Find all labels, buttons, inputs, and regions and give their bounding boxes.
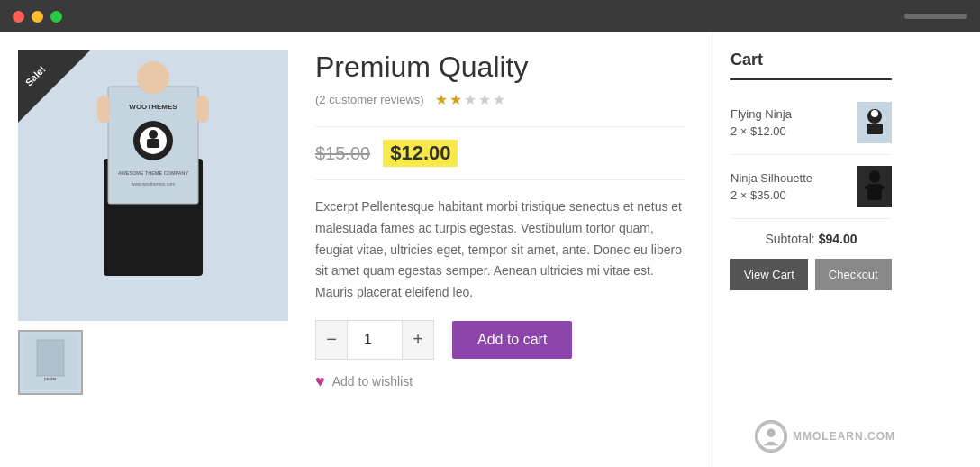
svg-text:AWESOME THEME COMPANY: AWESOME THEME COMPANY (118, 170, 188, 176)
cart-sidebar: Cart Flying Ninja 2 × $12.00 (712, 32, 910, 467)
svg-rect-14 (37, 340, 64, 376)
svg-text:WOOTHEMES: WOOTHEMES (129, 103, 177, 111)
subtotal-amount: $94.00 (819, 232, 858, 246)
star-2: ★ (449, 91, 462, 108)
close-button[interactable] (13, 11, 24, 23)
product-top: Sale! WOOTHEMES (18, 50, 685, 395)
watermark-text: MMOLEARN.COM (793, 430, 895, 443)
svg-rect-23 (865, 186, 872, 189)
star-1: ★ (435, 91, 448, 108)
main-product-image[interactable]: Sale! WOOTHEMES (18, 50, 288, 321)
svg-point-12 (137, 61, 169, 94)
cart-item-2-name: Ninja Silhouette (730, 171, 848, 185)
cart-item-1-name: Flying Ninja (730, 107, 848, 121)
cart-item-1-qty: 2 × $12.00 (730, 124, 848, 138)
checkout-button[interactable]: Checkout (815, 259, 893, 290)
wishlist-label: Add to wishlist (332, 374, 413, 389)
heart-icon: ♥ (315, 372, 325, 391)
main-content: Sale! WOOTHEMES (0, 32, 980, 467)
cart-actions: View Cart Checkout (730, 259, 892, 290)
thumbnail-1[interactable]: poster (18, 330, 83, 395)
star-4: ★ (478, 91, 491, 108)
reviews-row: (2 customer reviews) ★ ★ ★ ★ ★ (315, 91, 685, 108)
svg-rect-11 (196, 96, 209, 123)
price-row: $15.00 $12.00 (315, 126, 685, 180)
svg-point-18 (871, 110, 878, 117)
cart-title: Cart (730, 50, 892, 80)
thumbnail-row: poster (18, 330, 288, 395)
cart-item-1-info: Flying Ninja 2 × $12.00 (730, 107, 848, 138)
cart-item-2: Ninja Silhouette 2 × $35.00 (730, 155, 892, 219)
svg-rect-19 (867, 124, 883, 134)
product-info: Premium Quality (2 customer reviews) ★ ★… (315, 50, 685, 395)
wishlist-row[interactable]: ♥ Add to wishlist (315, 372, 685, 391)
price-old: $15.00 (315, 143, 370, 164)
svg-point-6 (149, 130, 158, 139)
svg-point-26 (767, 429, 775, 437)
cart-item-1: Flying Ninja 2 × $12.00 (730, 91, 892, 155)
quantity-increase-button[interactable]: + (402, 320, 434, 360)
product-section: Sale! WOOTHEMES (0, 32, 712, 467)
minimize-button[interactable] (32, 11, 43, 23)
view-cart-button[interactable]: View Cart (730, 259, 808, 290)
star-5: ★ (493, 91, 505, 108)
product-title: Premium Quality (315, 50, 685, 84)
product-excerpt: Excerpt Pellentesque habitant morbi tris… (315, 197, 685, 304)
cart-item-2-info: Ninja Silhouette 2 × $35.00 (730, 171, 848, 202)
quantity-decrease-button[interactable]: − (315, 320, 348, 360)
cart-item-1-thumb (858, 102, 892, 143)
quantity-input[interactable] (348, 320, 402, 360)
svg-text:www.woothemes.com: www.woothemes.com (132, 181, 175, 187)
add-to-cart-button[interactable]: Add to cart (452, 321, 572, 359)
watermark-logo (755, 420, 787, 453)
svg-text:poster: poster (44, 376, 57, 381)
titlebar-bar (904, 14, 967, 19)
svg-rect-7 (147, 139, 159, 148)
subtotal-row: Subtotal: $94.00 (730, 219, 892, 259)
cart-item-2-qty: 2 × $35.00 (730, 188, 848, 202)
price-new: $12.00 (383, 140, 458, 167)
subtotal-label: Subtotal: (765, 232, 814, 246)
svg-point-21 (869, 170, 880, 183)
reviews-link[interactable]: (2 customer reviews) (315, 93, 424, 106)
watermark: MMOLEARN.COM (755, 420, 895, 453)
image-area: Sale! WOOTHEMES (18, 50, 288, 395)
svg-rect-10 (97, 96, 110, 123)
maximize-button[interactable] (50, 11, 62, 23)
quantity-row: − + Add to cart (315, 320, 685, 360)
cart-item-2-thumb (858, 166, 892, 207)
star-rating: ★ ★ ★ ★ ★ (435, 91, 505, 108)
product-figure: WOOTHEMES AWESOME THEME COMPANY www.woot… (18, 50, 288, 321)
star-3: ★ (464, 91, 476, 108)
svg-rect-24 (877, 186, 885, 189)
titlebar (0, 0, 980, 32)
